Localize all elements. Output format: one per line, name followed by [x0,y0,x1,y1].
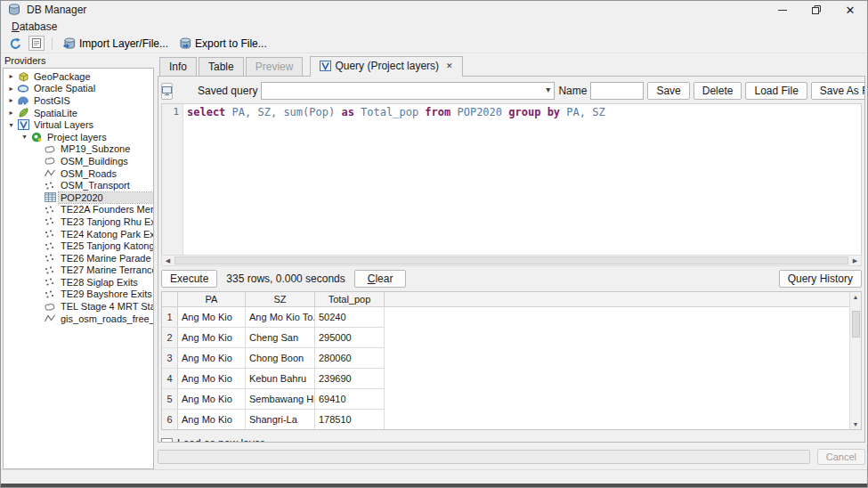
point-icon [43,277,57,287]
table-cell[interactable]: 178510 [315,410,385,430]
table-cell[interactable]: Cheng San [246,328,315,348]
tree-item-te22a-founders-memo[interactable]: TE22A Founders Memo... [4,204,153,216]
query-history-button[interactable]: Query History [779,270,862,288]
tree-item-tel-stage-4-mrt-stations[interactable]: TEL Stage 4 MRT Stations [4,300,153,313]
table-cell[interactable]: Kebun Bahru [246,369,315,389]
table-row: 3Ang Mo KioChong Boon280060 [162,348,385,369]
tree-item-postgis[interactable]: ▸PostGIS [4,94,153,107]
tree-item-oracle-spatial[interactable]: ▸Oracle Spatial [4,83,153,95]
tree-item-pop2020[interactable]: POP2020 [4,191,153,204]
restore-button[interactable] [799,1,833,19]
table-cell[interactable]: Sembawang Hills [246,389,315,410]
menu-bar: Database [1,19,867,34]
tree-item-te29-bayshore-exits[interactable]: TE29 Bayshore Exits [4,289,153,301]
save-as-file-button[interactable]: Save As File [811,82,865,100]
tree-item-spatialite[interactable]: ▸SpatiaLite [4,107,153,119]
menu-database[interactable]: Database [7,20,61,33]
tree-item-geopackage[interactable]: ▸GeoPackage [4,70,153,83]
table-cell[interactable]: 280060 [315,348,385,369]
row-number[interactable]: 2 [162,328,178,348]
scroll-up-icon[interactable]: ▲ [850,292,862,302]
tree-item-osm-buildings[interactable]: OSM_Buildings [4,155,153,167]
sql-token-id: Total_pop [354,106,425,118]
table-cell[interactable]: 295000 [315,328,385,348]
expanded-arrow-icon[interactable]: ▾ [20,133,29,141]
tree-item-te25-tanjong-katong-ex[interactable]: TE25 Tanjong Katong Ex... [4,240,153,252]
table-cell[interactable]: 50240 [315,307,385,328]
tab-info[interactable]: Info [159,57,197,76]
saved-query-icon-button[interactable] [161,83,173,100]
table-cell[interactable]: Ang Mo Kio [178,307,246,328]
horizontal-scroll-thumb[interactable] [174,256,848,264]
table-cell[interactable]: Shangri-La [246,410,315,430]
name-input[interactable] [590,82,644,100]
row-number[interactable]: 6 [162,410,178,430]
table-cell[interactable]: 69410 [315,389,385,410]
scroll-down-icon[interactable]: ▼ [850,419,862,429]
import-layer-button[interactable]: Import Layer/File... [60,37,172,51]
tree-item-gis-osm-roads-free-1[interactable]: gis_osm_roads_free_1 [4,313,153,325]
refresh-button[interactable] [6,37,25,51]
collapsed-arrow-icon[interactable]: ▸ [6,96,16,104]
expanded-arrow-icon[interactable]: ▾ [6,121,16,129]
tab-table[interactable]: Table [199,57,244,76]
tree-item-osm-transport[interactable]: OSM_Transport [4,179,153,191]
execute-button[interactable]: Execute [161,270,217,288]
table-cell[interactable]: Ang Mo Kio [178,369,246,389]
table-cell[interactable]: Ang Mo Kio [178,389,246,410]
table-cell[interactable]: Chong Boon [246,348,315,369]
table-cell[interactable]: Ang Mo Kio [178,348,246,369]
tree-item-te27-marine-terrance-ex[interactable]: TE27 Marine Terrance Ex... [4,264,153,277]
column-header-total_pop[interactable]: Total_pop [315,292,385,306]
row-number[interactable]: 3 [162,348,178,369]
grid-corner-cell[interactable] [162,292,178,306]
collapsed-arrow-icon[interactable]: ▸ [6,109,16,117]
results-table: PASZTotal_pop 1Ang Mo KioAng Mo Kio To..… [161,291,862,430]
sql-window-button[interactable] [28,36,45,51]
tree-item-te23-tanjong-rhu-exits[interactable]: TE23 Tanjong Rhu Exits [4,216,153,228]
results-vertical-scrollbar[interactable]: ▲ ▼ [849,292,861,429]
tree-item-label: TEL Stage 4 MRT Stations [59,301,154,312]
table-cell[interactable]: Ang Mo Kio To... [246,307,315,328]
saved-query-label: Saved query [198,85,257,97]
table-cell[interactable]: Ang Mo Kio [178,410,246,430]
tab-query[interactable]: Query (Project layers) ✕ [310,56,462,77]
editor-horizontal-scrollbar[interactable]: ◀ ▶ [161,255,862,266]
query-status: 335 rows, 0.000 seconds [226,272,345,285]
vertical-scroll-thumb[interactable] [852,311,860,338]
sql-code-line[interactable]: select PA, SZ, sum(Pop) as Total_pop fro… [183,104,861,255]
table-cell[interactable]: 239690 [315,369,385,389]
tree-item-mp19-subzone[interactable]: MP19_Subzone [4,143,153,156]
tree-item-te24-katong-park-exits[interactable]: TE24 Katong Park Exits [4,228,153,240]
tree-item-project-layers[interactable]: ▾Project layers [4,131,153,143]
tab-close-icon[interactable]: ✕ [446,61,453,70]
saved-query-select[interactable]: ▾ [261,82,555,100]
tree-item-osm-roads[interactable]: OSM_Roads [4,167,153,180]
collapsed-arrow-icon[interactable]: ▸ [6,72,16,80]
load-file-button[interactable]: Load File [745,82,807,100]
tree-item-virtual-layers[interactable]: ▾Virtual Layers [4,118,153,131]
scroll-left-icon[interactable]: ◀ [162,256,174,265]
postgis-icon [16,95,30,106]
minimize-button[interactable] [766,1,799,19]
results-rows: 1Ang Mo KioAng Mo Kio To...502402Ang Mo … [162,307,385,430]
table-cell[interactable]: Ang Mo Kio [178,328,246,348]
load-as-new-layer-checkbox[interactable] [161,438,173,443]
point-icon [43,289,57,299]
row-number[interactable]: 5 [162,389,178,410]
row-number[interactable]: 1 [162,307,178,328]
column-header-pa[interactable]: PA [178,292,246,306]
tree-item-te26-marine-parade-exits[interactable]: TE26 Marine Parade Exits [4,252,153,264]
tree-item-te28-siglap-exits[interactable]: TE28 Siglap Exits [4,276,153,289]
export-file-button[interactable]: Export to File... [175,37,271,51]
clear-button[interactable]: Clear [354,270,407,288]
delete-button[interactable]: Delete [694,82,742,100]
sql-editor[interactable]: 1 select PA, SZ, sum(Pop) as Total_pop f… [161,103,862,255]
sql-token-kw: as [341,106,353,118]
row-number[interactable]: 4 [162,369,178,389]
close-button[interactable]: ✕ [833,1,867,19]
scroll-right-icon[interactable]: ▶ [849,256,861,265]
column-header-sz[interactable]: SZ [246,292,315,306]
collapsed-arrow-icon[interactable]: ▸ [6,85,16,93]
save-button[interactable]: Save [647,82,689,100]
